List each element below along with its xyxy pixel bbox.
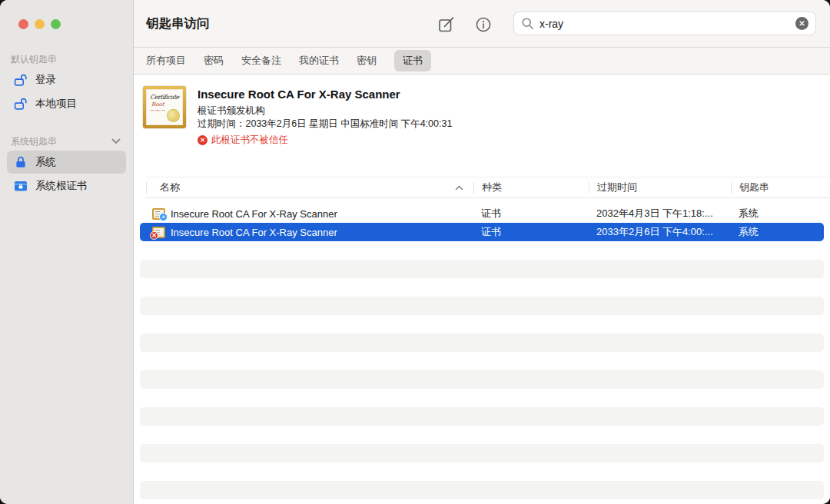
close-window-button[interactable] [18, 19, 28, 29]
table-header: 名称 种类 过期时间 钥匙串 [146, 177, 830, 198]
info-icon [474, 15, 493, 34]
empty-row-stripe [140, 481, 824, 499]
sidebar: 默认钥匙串 登录 本地项目 系统钥匙串 系统 系统根证书 [0, 0, 134, 504]
keychain-access-window: 默认钥匙串 登录 本地项目 系统钥匙串 系统 系统根证书 [0, 0, 830, 504]
row-expires: 2032年4月3日 下午1:18:... [596, 207, 739, 220]
title-bar: 钥匙串访问 ✕ [134, 0, 830, 48]
tab-all-items[interactable]: 所有项目 [146, 50, 186, 71]
row-expires: 2033年2月6日 下午4:00:... [596, 225, 739, 239]
column-header-kind[interactable]: 种类 [473, 182, 589, 194]
minimize-window-button[interactable] [35, 19, 45, 29]
tab-keys[interactable]: 密钥 [357, 50, 377, 71]
trust-warning: ✕ 此根证书不被信任 [198, 134, 452, 147]
sidebar-section-system-keychains[interactable]: 系统钥匙串 [0, 133, 133, 150]
certificate-small-icon: + [152, 208, 165, 220]
chevron-down-icon[interactable] [111, 138, 121, 144]
certificate-expiry: 过期时间：2033年2月6日 星期日 中国标准时间 下午4:00:31 [198, 118, 452, 131]
search-field[interactable]: ✕ [513, 12, 816, 35]
row-kind: 证书 [481, 225, 596, 239]
compose-icon [437, 15, 456, 34]
certificate-icon-root-text: Root [151, 101, 182, 108]
tab-my-certificates[interactable]: 我的证书 [299, 50, 339, 71]
sort-ascending-icon [455, 185, 463, 191]
column-header-expires[interactable]: 过期时间 [589, 182, 731, 194]
sidebar-item-system-roots[interactable]: 系统根证书 [7, 174, 126, 197]
content-area: Certificate Root ~⁓~ Insecure Root CA Fo… [134, 75, 830, 504]
table-row[interactable]: + Insecure Root CA For X-Ray Scanner 证书 … [140, 204, 824, 223]
category-tab-bar: 所有项目 密码 安全备注 我的证书 密钥 证书 [134, 48, 830, 75]
empty-row-stripe [140, 333, 824, 352]
error-badge-icon: ✕ [150, 231, 158, 240]
certificate-name: Insecure Root CA For X-Ray Scanner [198, 88, 452, 101]
get-info-button[interactable] [473, 15, 493, 35]
certificate-seal [167, 109, 180, 122]
new-item-button[interactable] [437, 15, 456, 35]
sidebar-item-label: 系统根证书 [35, 179, 88, 193]
tab-certificates[interactable]: 证书 [394, 50, 431, 71]
column-header-keychain[interactable]: 钥匙串 [731, 182, 830, 194]
column-header-name[interactable]: 名称 [146, 182, 473, 194]
certificate-small-icon: ✕ [152, 227, 165, 238]
unlocked-padlock-icon [14, 73, 28, 87]
section-header-label: 默认钥匙串 [11, 53, 57, 66]
certificate-list: + Insecure Root CA For X-Ray Scanner 证书 … [140, 204, 824, 241]
trust-warning-text: 此根证书不被信任 [211, 134, 288, 147]
sidebar-item-label: 登录 [35, 73, 56, 87]
empty-row-stripe [140, 297, 824, 315]
row-name: Insecure Root CA For X-Ray Scanner [171, 227, 337, 238]
certificate-icon-text: Certificate [147, 94, 182, 101]
add-badge-icon: + [159, 213, 168, 221]
certificate-detail-header: Certificate Root ~⁓~ Insecure Root CA Fo… [134, 75, 830, 177]
empty-row-stripe [140, 444, 824, 463]
row-keychain: 系统 [739, 225, 824, 239]
window-title: 钥匙串访问 [146, 15, 210, 32]
clear-search-icon[interactable]: ✕ [795, 17, 808, 30]
unlocked-padlock-icon [14, 97, 28, 111]
certificate-type: 根证书颁发机构 [198, 104, 452, 118]
tab-secure-notes[interactable]: 安全备注 [241, 50, 281, 71]
table-row-selected[interactable]: ✕ Insecure Root CA For X-Ray Scanner 证书 … [140, 223, 824, 241]
window-controls [18, 19, 61, 29]
row-keychain: 系统 [739, 207, 824, 220]
row-name: Insecure Root CA For X-Ray Scanner [171, 208, 337, 220]
row-kind: 证书 [481, 207, 596, 220]
sidebar-section-default-keychains: 默认钥匙串 [0, 51, 133, 68]
tab-passwords[interactable]: 密码 [204, 50, 224, 71]
sidebar-item-local-items[interactable]: 本地项目 [7, 92, 126, 115]
warning-x-circle-icon: ✕ [198, 135, 208, 145]
empty-row-stripe [140, 370, 824, 389]
empty-row-stripe [140, 260, 824, 278]
sidebar-item-label: 本地项目 [35, 97, 77, 111]
certificate-large-icon: Certificate Root ~⁓~ [143, 86, 186, 128]
search-input[interactable] [540, 18, 790, 30]
sidebar-item-system[interactable]: 系统 [7, 151, 126, 174]
empty-row-stripe [140, 407, 824, 426]
search-icon [521, 17, 534, 30]
section-header-label: 系统钥匙串 [11, 135, 57, 148]
locked-padlock-icon [14, 155, 28, 169]
sidebar-item-label: 系统 [35, 155, 56, 169]
zoom-window-button[interactable] [51, 19, 61, 29]
certificate-box-icon [14, 179, 28, 193]
sidebar-item-login[interactable]: 登录 [7, 68, 126, 91]
